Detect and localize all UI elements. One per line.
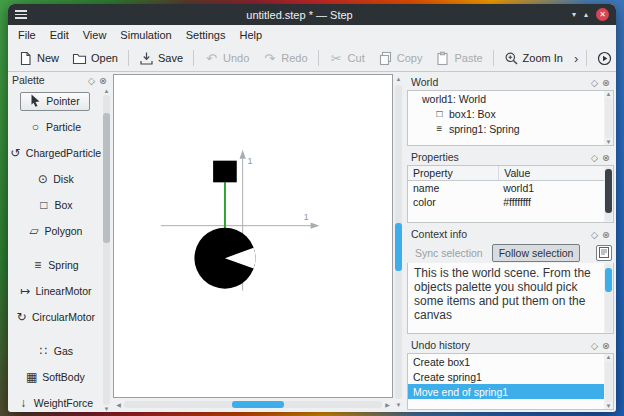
- menu-help[interactable]: Help: [232, 27, 269, 43]
- palette-item-chargedparticle[interactable]: ↺ ChargedParticle: [8, 140, 102, 166]
- palette-item-disk[interactable]: ⊙ Disk: [8, 166, 102, 192]
- scroll-down-icon[interactable]: ▼: [606, 139, 612, 145]
- close-panel-icon[interactable]: ⊗: [99, 75, 107, 86]
- context-info-header: Context info ◇ ⊗: [407, 226, 614, 242]
- world-scrollbar[interactable]: ▲ ▼: [604, 91, 613, 145]
- cut-button[interactable]: ✂ Cut: [323, 48, 371, 69]
- paste-button[interactable]: Paste: [429, 48, 488, 69]
- box-icon: □: [37, 198, 50, 212]
- scroll-down-icon[interactable]: ▼: [104, 406, 110, 412]
- close-panel-icon[interactable]: ⊗: [602, 77, 610, 88]
- undo-item-move-end-of-spring1[interactable]: Move end of spring1: [408, 384, 604, 399]
- document-icon: [599, 244, 609, 262]
- world-canvas[interactable]: 1 1: [113, 74, 393, 398]
- open-in-browser-button[interactable]: [596, 245, 612, 261]
- undo-history-list: Create box1 Create spring1 Move end of s…: [407, 353, 614, 410]
- canvas-horizontal-scrollbar[interactable]: ◀ ▶: [113, 399, 393, 410]
- y-axis-arrow: [240, 150, 246, 159]
- palette-item-weightforce[interactable]: ↓ WeightForce: [8, 390, 102, 412]
- save-button[interactable]: Save: [133, 48, 189, 69]
- undo-history-panel: Undo history ◇ ⊗ Create box1 Create spri…: [407, 337, 614, 410]
- close-panel-icon[interactable]: ⊗: [602, 229, 610, 240]
- simulate-button[interactable]: Simulate ▾: [591, 48, 616, 69]
- spring-icon: ≡: [434, 123, 445, 134]
- scrollbar-thumb[interactable]: [395, 223, 402, 271]
- scroll-down-icon[interactable]: ▼: [606, 403, 612, 409]
- undo-item-create-box1[interactable]: Create box1: [408, 354, 604, 369]
- close-button[interactable]: ✕: [596, 8, 609, 21]
- context-info-text: This is the world scene. From the object…: [408, 263, 613, 322]
- palette-item-softbody[interactable]: ▦ SoftBody: [8, 364, 102, 390]
- palette-item-linearmotor[interactable]: ↦ LinearMotor: [8, 278, 102, 304]
- menu-file[interactable]: File: [11, 27, 43, 43]
- scroll-up-icon[interactable]: ▲: [396, 74, 402, 84]
- new-button[interactable]: New: [12, 48, 65, 69]
- palette-item-spring[interactable]: ≡ Spring: [8, 252, 102, 278]
- scrollbar-thumb[interactable]: [605, 169, 612, 213]
- tree-item-spring1[interactable]: ≡ spring1: Spring: [408, 121, 613, 136]
- redo-button[interactable]: ↷ Redo: [256, 48, 313, 69]
- scrollbar-thumb[interactable]: [103, 113, 110, 243]
- property-row-color[interactable]: color #ffffffff: [408, 195, 604, 209]
- undo-item-create-spring1[interactable]: Create spring1: [408, 369, 604, 384]
- menu-view[interactable]: View: [76, 27, 114, 43]
- scroll-right-icon[interactable]: ▶: [382, 401, 393, 408]
- palette-item-box[interactable]: □ Box: [8, 192, 102, 218]
- copy-button[interactable]: Copy: [372, 48, 429, 69]
- float-panel-icon[interactable]: ◇: [88, 75, 95, 86]
- undo-history-scrollbar[interactable]: ▲ ▼: [604, 354, 613, 409]
- palette-item-pointer[interactable]: Pointer: [8, 88, 102, 114]
- scrollbar-thumb[interactable]: [232, 401, 284, 408]
- titlebar[interactable]: untitled.step * — Step ▾ ▴ ✕: [8, 4, 616, 25]
- scroll-up-icon[interactable]: ▲: [104, 88, 110, 94]
- app-menu-icon[interactable]: [15, 10, 27, 19]
- toolbar-separator: [493, 50, 494, 66]
- zoom-in-button[interactable]: Zoom In: [498, 48, 569, 69]
- float-panel-icon[interactable]: ◇: [591, 340, 598, 351]
- palette-item-gas[interactable]: ∷ Gas: [8, 338, 102, 364]
- open-button[interactable]: Open: [66, 48, 124, 69]
- save-icon: [139, 51, 154, 66]
- sync-selection-button[interactable]: Sync selection: [409, 245, 489, 261]
- float-panel-icon[interactable]: ◇: [591, 152, 598, 163]
- redo-icon: ↷: [262, 51, 277, 66]
- scroll-up-icon[interactable]: ▲: [606, 354, 612, 360]
- maximize-button[interactable]: ▴: [584, 11, 588, 19]
- world-tree: world1: World □ box1: Box ≡ spring1: Spr…: [407, 90, 614, 146]
- world-panel-header: World ◇ ⊗: [407, 74, 614, 90]
- palette-item-particle[interactable]: ○ Particle: [8, 114, 102, 140]
- scroll-left-icon[interactable]: ◀: [113, 401, 124, 408]
- close-panel-icon[interactable]: ⊗: [602, 152, 610, 163]
- minimize-button[interactable]: ▾: [572, 11, 576, 19]
- undo-button[interactable]: ↶ Undo: [198, 48, 255, 69]
- tree-item-world1[interactable]: world1: World: [408, 91, 613, 106]
- properties-scrollbar[interactable]: [604, 166, 613, 222]
- toolbar-overflow-chevron[interactable]: ›: [570, 51, 582, 66]
- scroll-down-icon[interactable]: ▼: [396, 400, 402, 410]
- menu-edit[interactable]: Edit: [43, 27, 76, 43]
- tree-item-box1[interactable]: □ box1: Box: [408, 106, 613, 121]
- menubar: File Edit View Simulation Settings Help: [8, 25, 616, 45]
- palette-item-circularmotor[interactable]: ↻ CircularMotor: [8, 304, 102, 330]
- palette-scrollbar[interactable]: ▲ ▼: [102, 88, 111, 412]
- follow-selection-button[interactable]: Follow selection: [492, 244, 581, 262]
- palette-item-polygon[interactable]: ▱ Polygon: [8, 218, 102, 244]
- circular-motor-icon: ↻: [15, 310, 28, 324]
- menu-settings[interactable]: Settings: [179, 27, 233, 43]
- close-panel-icon[interactable]: ⊗: [602, 340, 610, 351]
- cut-icon: ✂: [329, 51, 344, 66]
- context-info-scrollbar[interactable]: [604, 263, 613, 333]
- scrollbar-thumb[interactable]: [605, 268, 612, 292]
- charged-particle-icon: ↺: [9, 146, 22, 160]
- palette-header: Palette ◇ ⊗: [8, 72, 111, 88]
- float-panel-icon[interactable]: ◇: [591, 229, 598, 240]
- disk-object: [194, 228, 255, 289]
- zoom-in-icon: [504, 51, 519, 66]
- property-row-name[interactable]: name world1: [408, 181, 604, 195]
- scroll-up-icon[interactable]: ▲: [606, 91, 612, 97]
- canvas-vertical-scrollbar[interactable]: ▲ ▼: [393, 74, 404, 410]
- float-panel-icon[interactable]: ◇: [591, 77, 598, 88]
- menu-simulation[interactable]: Simulation: [113, 27, 178, 43]
- weight-force-icon: ↓: [17, 396, 30, 410]
- gas-icon: ∷: [37, 344, 50, 358]
